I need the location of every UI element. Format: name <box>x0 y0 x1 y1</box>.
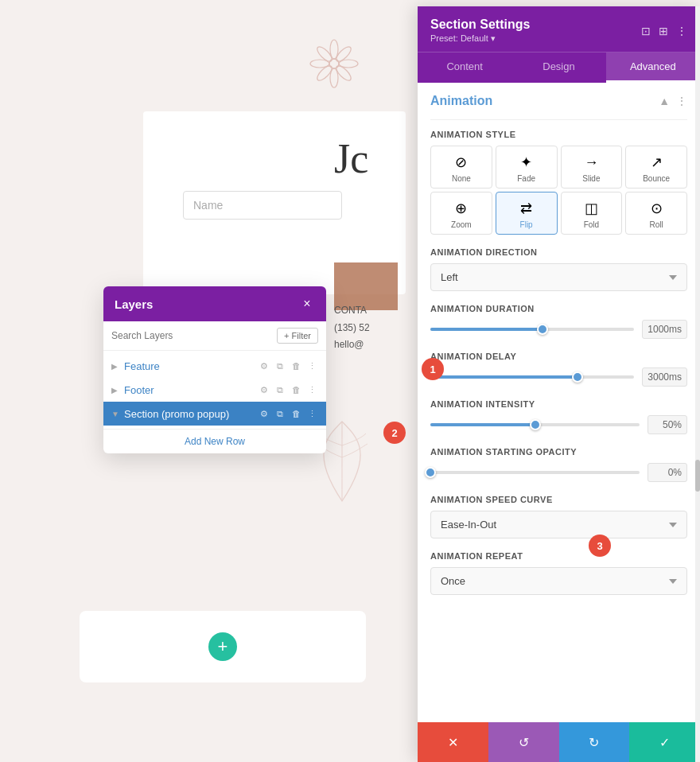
animation-speed-curve-group: Animation Speed Curve Ease-In-Out Ease-I… <box>430 495 687 538</box>
anim-style-flip[interactable]: ⇄ Flip <box>496 192 558 235</box>
animation-collapse-icon[interactable]: ▲ <box>659 95 670 107</box>
animation-heading-icons: ▲ ⋮ <box>659 95 687 107</box>
anim-roll-icon: ⊙ <box>629 199 683 218</box>
anim-flip-label: Flip <box>500 220 554 229</box>
anim-style-slide[interactable]: → Slide <box>561 146 623 189</box>
svg-point-5 <box>315 45 334 64</box>
layers-panel: Layers × + Filter ▶ Feature ⚙ ⧉ 🗑 ⋮ ▶ Fo… <box>103 286 326 453</box>
layer-more-icon[interactable]: ⋮ <box>305 360 318 372</box>
animation-style-grid: ⊘ None ✦ Fade → Slide ↗ Bounce <box>430 146 687 235</box>
animation-duration-track[interactable] <box>430 328 634 331</box>
anim-zoom-label: Zoom <box>434 220 488 229</box>
step-badge-2: 2 <box>383 422 406 444</box>
animation-delay-thumb[interactable] <box>572 371 583 383</box>
layers-filter-button[interactable]: + Filter <box>277 328 318 344</box>
anim-none-label: None <box>434 174 488 183</box>
contact-section: CONTA (135) 52 hello@ <box>334 302 370 354</box>
settings-panel-title: Section Settings <box>430 17 530 32</box>
layer-settings-icon[interactable]: ⚙ <box>258 383 270 396</box>
settings-preset-label[interactable]: Preset: Default ▾ <box>430 32 530 44</box>
anim-none-icon: ⊘ <box>434 153 488 172</box>
settings-header-icons: ⊡ ⊞ ⋮ <box>641 25 687 37</box>
anim-style-fold[interactable]: ◫ Fold <box>561 192 623 235</box>
footer-undo-button[interactable]: ↺ <box>488 722 559 762</box>
divider <box>430 119 687 120</box>
footer-save-button[interactable]: ✓ <box>629 722 700 762</box>
anim-bounce-label: Bounce <box>629 174 683 183</box>
anim-style-fade[interactable]: ✦ Fade <box>496 146 558 189</box>
footer-redo-button[interactable]: ↻ <box>559 722 630 762</box>
animation-opacity-thumb[interactable] <box>425 467 436 478</box>
animation-direction-select[interactable]: Left Right Top Bottom <box>430 263 687 291</box>
anim-style-roll[interactable]: ⊙ Roll <box>625 192 687 235</box>
layer-settings-icon[interactable]: ⚙ <box>258 407 270 420</box>
layers-search-input[interactable] <box>111 330 270 341</box>
settings-more-icon[interactable]: ⋮ <box>676 25 687 37</box>
layer-duplicate-icon[interactable]: ⧉ <box>274 383 286 396</box>
redo-icon: ↻ <box>589 735 599 750</box>
layer-expand-arrow: ▶ <box>111 362 119 371</box>
anim-fade-icon: ✦ <box>500 153 554 172</box>
layer-settings-icon[interactable]: ⚙ <box>258 360 270 372</box>
animation-section-heading: Animation ▲ ⋮ <box>430 83 687 116</box>
settings-icon-2[interactable]: ⊞ <box>659 25 668 37</box>
layer-more-icon[interactable]: ⋮ <box>305 407 318 420</box>
anim-fold-label: Fold <box>565 220 619 229</box>
layer-expand-arrow: ▶ <box>111 386 119 395</box>
animation-intensity-slider-row: 50% <box>430 415 687 434</box>
add-section-button[interactable]: + <box>208 632 237 661</box>
layer-duplicate-icon[interactable]: ⧉ <box>274 407 286 420</box>
layer-delete-icon[interactable]: 🗑 <box>290 407 302 420</box>
layer-action-icons: ⚙ ⧉ 🗑 ⋮ <box>258 383 318 396</box>
tab-design[interactable]: Design <box>511 52 605 83</box>
add-section-area[interactable]: + <box>80 611 366 682</box>
layers-header: Layers × <box>103 286 326 321</box>
animation-speed-curve-label: Animation Speed Curve <box>430 495 687 504</box>
layer-label: Section (promo popup) <box>124 408 253 420</box>
animation-duration-fill <box>430 328 542 331</box>
animation-intensity-thumb[interactable] <box>530 419 541 430</box>
anim-style-zoom[interactable]: ⊕ Zoom <box>430 192 492 235</box>
anim-style-bounce[interactable]: ↗ Bounce <box>625 146 687 189</box>
layer-delete-icon[interactable]: 🗑 <box>290 383 302 396</box>
animation-delay-fill <box>430 375 578 379</box>
animation-intensity-label: Animation Intensity <box>430 399 687 409</box>
animation-duration-thumb[interactable] <box>537 324 548 335</box>
layer-more-icon[interactable]: ⋮ <box>305 383 318 396</box>
flower-decoration <box>302 32 366 95</box>
layers-close-button[interactable]: × <box>299 296 315 312</box>
tab-content[interactable]: Content <box>418 52 511 83</box>
animation-delay-label: Animation Delay <box>430 352 687 361</box>
scrollbar[interactable] <box>695 6 700 762</box>
settings-icon-1[interactable]: ⊡ <box>641 25 651 37</box>
scroll-thumb[interactable] <box>695 460 700 492</box>
anim-zoom-icon: ⊕ <box>434 199 488 218</box>
layers-item-active[interactable]: ▼ Section (promo popup) ⚙ ⧉ 🗑 ⋮ <box>103 402 326 426</box>
svg-point-6 <box>334 64 353 83</box>
svg-point-8 <box>315 64 334 83</box>
tab-advanced[interactable]: Advanced <box>606 52 700 83</box>
animation-delay-group: Animation Delay 3000ms <box>430 352 687 387</box>
footer-cancel-button[interactable]: ✕ <box>418 722 488 762</box>
animation-repeat-select[interactable]: Once Loop Infinite <box>430 567 687 595</box>
name-input-bg: Name <box>183 191 342 220</box>
animation-speed-curve-select[interactable]: Ease-In-Out Ease-In Ease-Out Linear <box>430 511 687 538</box>
add-new-row-button[interactable]: Add New Row <box>103 429 326 453</box>
animation-direction-label: Animation Direction <box>430 247 687 257</box>
animation-intensity-fill <box>430 423 535 426</box>
animation-opacity-track[interactable] <box>430 471 640 474</box>
layers-item[interactable]: ▶ Feature ⚙ ⧉ 🗑 ⋮ <box>103 354 326 378</box>
layers-item[interactable]: ▶ Footer ⚙ ⧉ 🗑 ⋮ <box>103 378 326 402</box>
anim-style-none[interactable]: ⊘ None <box>430 146 492 189</box>
layer-expand-arrow: ▼ <box>111 410 119 418</box>
animation-intensity-track[interactable] <box>430 423 640 426</box>
layers-search-bar: + Filter <box>103 321 326 351</box>
layer-label: Footer <box>124 384 253 396</box>
animation-opacity-group: Animation Starting Opacity 0% <box>430 447 687 482</box>
animation-delay-track[interactable] <box>430 375 634 379</box>
animation-title: Animation <box>430 94 492 108</box>
layers-items-list: ▶ Feature ⚙ ⧉ 🗑 ⋮ ▶ Footer ⚙ ⧉ 🗑 ⋮ ▼ Sec… <box>103 351 326 429</box>
layer-duplicate-icon[interactable]: ⧉ <box>274 360 286 372</box>
layer-delete-icon[interactable]: 🗑 <box>290 360 302 372</box>
animation-more-icon[interactable]: ⋮ <box>676 95 687 107</box>
